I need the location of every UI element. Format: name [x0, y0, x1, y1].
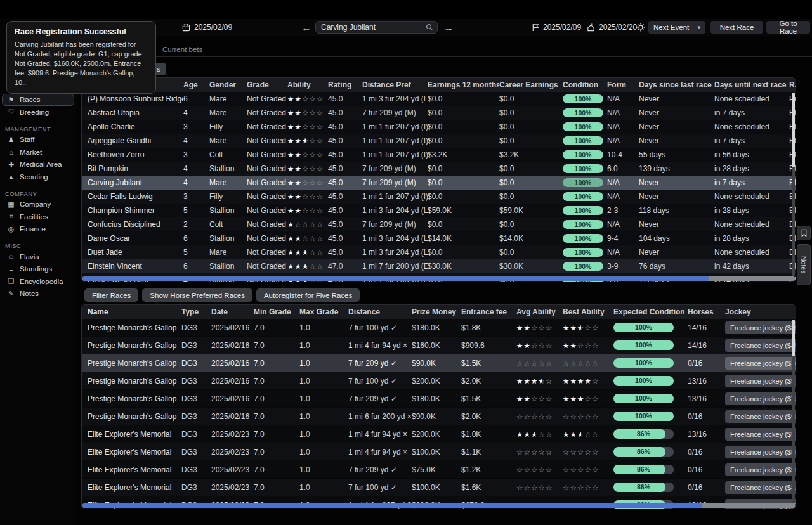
col-gender[interactable]: Gender — [209, 81, 247, 89]
col-condition[interactable]: Expected Condition — [613, 308, 688, 316]
table-row[interactable]: Apollo Charlie3FillyNot Graded☆★☆★☆★☆★☆★… — [82, 120, 796, 134]
condition-pill: 100% — [563, 150, 603, 159]
jockey-button[interactable]: Freelance jockey ($820 — [725, 481, 796, 494]
table-row[interactable]: Arpeggiate Gandhi4MareNot Graded☆★☆★☆★☆★… — [82, 134, 796, 148]
toast-notification[interactable]: Race Registration Successful Carving Jub… — [6, 21, 156, 94]
col-earn12[interactable]: Earnings 12 months — [428, 81, 499, 89]
action-filter-races[interactable]: Filter Races — [84, 288, 138, 302]
col-ra[interactable]: Ra — [789, 81, 796, 89]
col-since[interactable]: Days since last race — [639, 81, 714, 89]
col-min[interactable]: Min Grade — [254, 308, 299, 316]
col-distance[interactable]: Distance Pref — [362, 81, 428, 89]
search-input[interactable] — [320, 22, 426, 32]
settings-gear-icon[interactable] — [636, 19, 645, 36]
jockey-button[interactable]: Freelance jockey ($591 — [725, 463, 796, 476]
cell-since: 118 days — [639, 206, 714, 215]
table-row[interactable]: Bit Pumpkin4StallionNot Graded☆★☆★☆★☆★☆★… — [82, 162, 796, 176]
table-row[interactable]: Prestige Monarch's GallopDG32025/02/167.… — [82, 337, 796, 354]
horses-horizontal-scrollbar[interactable] — [82, 276, 795, 281]
table-row[interactable]: Elite Explorer's MemorialDG32025/02/237.… — [82, 425, 796, 443]
table-row[interactable]: Einstein Vincent6StallionNot Graded☆★☆★☆… — [82, 259, 796, 273]
col-best[interactable]: Best Ability — [563, 308, 613, 316]
flavia-icon: ☺ — [7, 253, 15, 261]
col-name[interactable]: Name — [88, 308, 181, 316]
scroll-thumb[interactable] — [82, 503, 702, 508]
jockey-button[interactable]: Freelance jockey ($454 — [725, 339, 796, 352]
next-event-select[interactable]: Next Event ▾ — [648, 21, 705, 34]
table-row[interactable]: Cedar Falls Ludwig3FillyNot Graded☆★☆★☆★… — [82, 190, 796, 204]
go-to-race-button[interactable]: Go to Race — [766, 21, 810, 34]
table-row[interactable]: Beethoven Zorro3ColtNot Graded☆★☆★☆★☆★☆★… — [82, 148, 796, 162]
table-row[interactable]: Prestige Monarch's GallopDG32025/02/167.… — [82, 408, 796, 425]
jockey-button[interactable]: Freelance jockey ($736 — [725, 392, 796, 405]
scroll-thumb[interactable] — [82, 276, 709, 281]
col-date[interactable]: Date — [211, 308, 254, 316]
action-show-horse-preferred-races[interactable]: Show Horse Preferred Races — [142, 288, 252, 302]
col-condition[interactable]: Condition — [563, 81, 607, 89]
cell-fee: $1.1K — [461, 448, 516, 457]
sidebar-item-flavia[interactable]: ☺Flavia — [2, 250, 74, 263]
col-horses[interactable]: Horses — [688, 308, 725, 316]
bookmark-icon[interactable] — [797, 226, 811, 240]
col-jockey[interactable]: Jockey — [725, 308, 796, 316]
jockey-button[interactable]: Freelance jockey ($977 — [725, 375, 796, 387]
scroll-thumb[interactable] — [792, 320, 795, 356]
sidebar-item-company[interactable]: ▦Company — [2, 198, 74, 211]
horses-vertical-scrollbar[interactable] — [792, 93, 795, 276]
col-fee[interactable]: Entrance fee — [461, 308, 516, 316]
table-row[interactable]: Elite Explorer's MemorialDG32025/02/237.… — [82, 461, 796, 479]
races-horizontal-scrollbar[interactable] — [82, 503, 795, 508]
table-row[interactable]: Abstract Utopia4MareNot Graded☆★☆★☆★☆★☆★… — [82, 106, 796, 120]
table-row[interactable]: Prestige Monarch's GallopDG32025/02/167.… — [82, 390, 796, 408]
sidebar-item-scouting[interactable]: ▲Scouting — [2, 171, 74, 183]
table-row[interactable]: Dame Oscar6StallionNot Graded☆★☆★☆★☆★☆★4… — [82, 231, 796, 245]
table-row[interactable]: Elite Explorer's MemorialDG32025/02/237.… — [82, 443, 796, 461]
col-until[interactable]: Days until next race — [714, 81, 789, 89]
search-forward-button[interactable]: → — [442, 19, 455, 36]
col-avg[interactable]: Avg Ability — [516, 308, 563, 316]
sidebar-item-market[interactable]: ⌂Market — [2, 146, 74, 159]
col-age[interactable]: Age — [183, 81, 209, 89]
col-prize[interactable]: Prize Money — [412, 308, 461, 316]
action-autoregister-for-five-races[interactable]: Autoregister for Five Races — [256, 288, 360, 302]
table-row[interactable]: (P) Monsoon Sunburst Ridge6MareNot Grade… — [82, 92, 796, 106]
cell-type: DG3 — [181, 341, 211, 350]
sidebar-item-staff[interactable]: ♟Staff — [2, 134, 74, 146]
tab-current-bets[interactable]: Current bets — [154, 42, 211, 56]
table-row[interactable]: Prestige Monarch's GallopDG32025/02/167.… — [82, 319, 796, 337]
sidebar-item-races[interactable]: ⚑Races — [2, 94, 74, 107]
jockey-button[interactable]: Freelance jockey ($891 — [725, 321, 796, 334]
jockey-button[interactable]: Freelance jockey ($989 — [725, 410, 796, 423]
table-row[interactable]: Champion Shimmer5StallionNot Graded☆★☆★☆… — [82, 204, 796, 217]
table-row[interactable]: Carving Jubilant4MareNot Graded☆★☆★☆★☆★☆… — [82, 176, 796, 190]
col-form[interactable]: Form — [607, 81, 639, 89]
next-race-button[interactable]: Next Race — [710, 21, 763, 34]
jockey-button[interactable]: Freelance jockey ($769 — [725, 357, 796, 370]
search-back-button[interactable]: ← — [300, 19, 313, 36]
col-career[interactable]: Career Earnings — [499, 81, 563, 89]
sidebar-item-standings[interactable]: ≡Standings — [2, 263, 74, 276]
table-row[interactable]: Prestige Monarch's GallopDG32025/02/167.… — [82, 354, 796, 372]
col-max[interactable]: Max Grade — [299, 308, 348, 316]
table-row[interactable]: Duet Jade5MareNot Graded☆★☆★☆★☆★☆★45.01 … — [82, 245, 796, 259]
sidebar-item-notes[interactable]: ✎Notes — [2, 288, 74, 301]
sidebar-item-medical-area[interactable]: ✚Medical Area — [2, 159, 74, 171]
col-type[interactable]: Type — [181, 308, 211, 316]
sidebar-item-facilities[interactable]: ⌗Facilities — [2, 211, 74, 223]
sidebar-item-breeding[interactable]: ♡Breeding — [2, 106, 74, 119]
col-distance[interactable]: Distance — [348, 308, 412, 316]
col-ability[interactable]: Ability — [287, 81, 328, 89]
scroll-thumb[interactable] — [792, 93, 795, 167]
col-rating[interactable]: Rating — [328, 81, 362, 89]
table-row[interactable]: Elite Explorer's MemorialDG32025/02/237.… — [82, 479, 796, 496]
notes-side-tab[interactable]: Notes — [797, 244, 811, 285]
sidebar-item-encyclopedia[interactable]: ❏Encyclopedia — [2, 275, 74, 288]
table-row[interactable]: Prestige Monarch's GallopDG32025/02/167.… — [82, 372, 796, 390]
sidebar-item-finance[interactable]: ◎Finance — [2, 223, 74, 236]
col-grade[interactable]: Grade — [247, 81, 287, 89]
races-flag-icon: ⚑ — [7, 96, 15, 104]
races-vertical-scrollbar[interactable] — [792, 320, 795, 503]
jockey-button[interactable]: Freelance jockey ($519 — [725, 428, 796, 441]
jockey-button[interactable]: Freelance jockey ($552 — [725, 446, 796, 458]
table-row[interactable]: Confucius Disciplined2ColtNot Graded☆★☆★… — [82, 217, 796, 231]
